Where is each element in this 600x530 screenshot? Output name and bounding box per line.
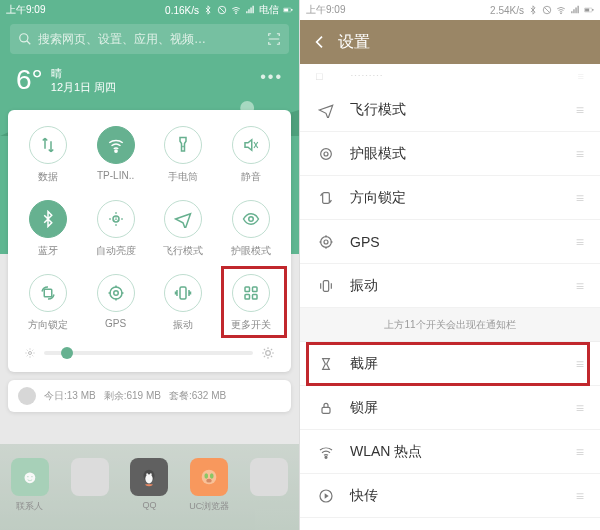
row-sync[interactable]: 同步≡: [300, 518, 600, 530]
section-divider-label: 上方11个开关会出现在通知栏: [300, 308, 600, 342]
avatar-icon: [18, 387, 36, 405]
svg-point-24: [150, 473, 152, 475]
svg-rect-39: [323, 280, 328, 291]
row-fastshare-icon: [316, 488, 336, 504]
row-rotation-icon: [316, 190, 336, 206]
svg-point-41: [325, 456, 327, 458]
quick-toggle-panel: 数据TP-LIN..手电筒静音蓝牙A自动亮度飞行模式护眼模式方向锁定GPS振动更…: [8, 110, 291, 372]
row-eyecare-label: 护眼模式: [350, 145, 406, 163]
row-screenshot-label: 截屏: [350, 355, 378, 373]
row-eyecare[interactable]: 护眼模式≡: [300, 132, 600, 176]
brightness-thumb[interactable]: [61, 347, 73, 359]
toggle-flashlight-icon: [164, 126, 202, 164]
signal-icon: [570, 5, 580, 15]
svg-point-7: [115, 150, 117, 152]
row-gps-icon: [316, 234, 336, 250]
row-screenshot[interactable]: 截屏≡: [300, 342, 600, 386]
toggle-bluetooth-label: 蓝牙: [38, 244, 58, 258]
toggle-vibrate[interactable]: 振动: [150, 268, 218, 342]
signal-icon: [245, 5, 255, 15]
svg-rect-32: [592, 9, 593, 11]
row-partial-top: □⋯⋯⋯≡: [300, 64, 600, 88]
data-usage-row[interactable]: 今日:13 MB 剩余:619 MB 套餐:632 MB: [8, 380, 291, 412]
drag-handle-icon[interactable]: ≡: [576, 102, 584, 118]
svg-rect-18: [253, 295, 258, 300]
toggle-gps-label: GPS: [105, 318, 126, 329]
svg-point-37: [324, 240, 328, 244]
drag-handle-icon[interactable]: ≡: [576, 190, 584, 206]
more-dots-icon[interactable]: •••: [260, 68, 283, 86]
svg-point-19: [29, 352, 32, 355]
usage-today: 今日:13 MB: [44, 389, 96, 403]
drag-handle-icon[interactable]: ≡: [576, 146, 584, 162]
brightness-track[interactable]: [44, 351, 253, 355]
search-bar[interactable]: 搜索网页、设置、应用、视频…: [10, 24, 289, 54]
toggle-vibrate-label: 振动: [173, 318, 193, 332]
wifi-icon: [231, 5, 241, 15]
toggle-flashlight-label: 手电筒: [168, 170, 198, 184]
toggle-airplane[interactable]: 飞行模式: [150, 194, 218, 268]
row-rotation[interactable]: 方向锁定≡: [300, 176, 600, 220]
svg-rect-17: [245, 295, 250, 300]
svg-point-28: [207, 479, 213, 483]
row-lock-label: 锁屏: [350, 399, 378, 417]
drag-handle-icon[interactable]: ≡: [576, 278, 584, 294]
app-contacts-label: 联系人: [16, 500, 43, 513]
drag-handle-icon[interactable]: ≡: [576, 444, 584, 460]
toggle-airplane-label: 飞行模式: [163, 244, 203, 258]
svg-rect-15: [245, 287, 250, 292]
toggle-data[interactable]: 数据: [14, 120, 82, 194]
wifi-icon: [556, 5, 566, 15]
toggle-eyecare[interactable]: 护眼模式: [217, 194, 285, 268]
row-hotspot-icon: [316, 444, 336, 460]
back-icon[interactable]: [312, 34, 328, 50]
row-fastshare[interactable]: 快传≡: [300, 474, 600, 518]
row-fastshare-label: 快传: [350, 487, 378, 505]
app-unknown-2[interactable]: [247, 458, 291, 500]
row-eyecare-icon: [316, 146, 336, 162]
left-phone-quicksettings: 上午9:09 0.16K/s 电信 搜索网页、设置、应用、视频…: [0, 0, 300, 530]
settings-title: 设置: [338, 32, 370, 53]
status-time: 上午9:09: [6, 3, 45, 17]
bluetooth-icon: [203, 5, 213, 15]
brightness-slider[interactable]: [14, 342, 285, 368]
toggle-rotation-icon: [29, 274, 67, 312]
row-hotspot[interactable]: WLAN 热点≡: [300, 430, 600, 474]
toggle-flashlight[interactable]: 手电筒: [150, 120, 218, 194]
drag-handle-icon[interactable]: ≡: [576, 234, 584, 250]
app-unknown-1[interactable]: [68, 458, 112, 500]
brightness-high-icon: [261, 346, 275, 360]
svg-rect-36: [323, 192, 330, 203]
toggle-mute-icon: [232, 126, 270, 164]
toggle-rotation[interactable]: 方向锁定: [14, 268, 82, 342]
app-qq[interactable]: QQ: [127, 458, 171, 510]
drag-handle-icon[interactable]: ≡: [576, 488, 584, 504]
drag-handle-icon[interactable]: ≡: [576, 356, 584, 372]
svg-rect-33: [585, 9, 589, 11]
row-vibrate-label: 振动: [350, 277, 378, 295]
app-uc[interactable]: UC浏览器: [187, 458, 231, 513]
row-screenshot-icon: [316, 356, 336, 372]
toggle-auto-bright[interactable]: A自动亮度: [82, 194, 150, 268]
toggle-wifi[interactable]: TP-LIN..: [82, 120, 150, 194]
svg-point-35: [324, 152, 328, 156]
svg-point-27: [210, 473, 214, 479]
svg-rect-40: [322, 407, 330, 413]
drag-handle-icon[interactable]: ≡: [576, 400, 584, 416]
status-bar: 上午9:09 0.16K/s 电信: [0, 0, 299, 20]
row-vibrate[interactable]: 振动≡: [300, 264, 600, 308]
row-airplane[interactable]: 飞行模式≡: [300, 88, 600, 132]
toggle-auto-bright-label: 自动亮度: [96, 244, 136, 258]
toggle-mute[interactable]: 静音: [217, 120, 285, 194]
toggle-bluetooth[interactable]: 蓝牙: [14, 194, 82, 268]
row-gps[interactable]: GPS≡: [300, 220, 600, 264]
toggle-gps[interactable]: GPS: [82, 268, 150, 342]
app-contacts[interactable]: ☻联系人: [8, 458, 52, 513]
scan-icon[interactable]: [267, 32, 281, 46]
toggle-data-label: 数据: [38, 170, 58, 184]
row-airplane-label: 飞行模式: [350, 101, 406, 119]
svg-point-38: [321, 236, 332, 247]
toggle-more[interactable]: 更多开关: [217, 268, 285, 342]
svg-rect-3: [291, 9, 292, 11]
row-lock[interactable]: 锁屏≡: [300, 386, 600, 430]
